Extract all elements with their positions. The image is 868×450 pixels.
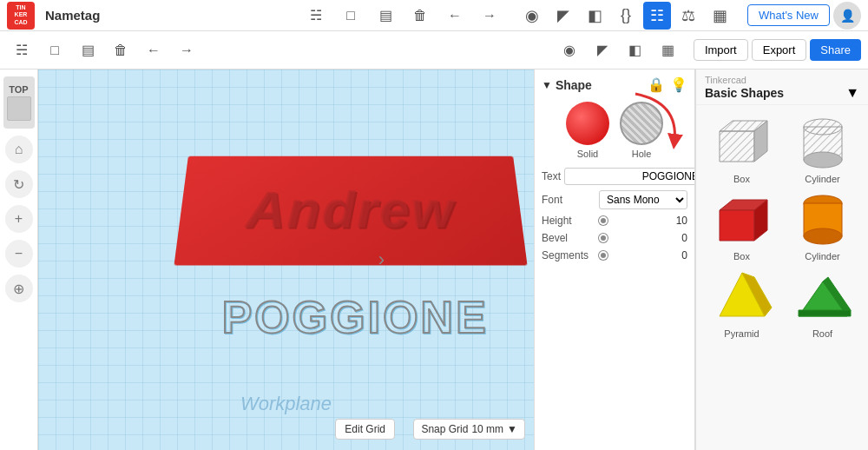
share-button-tb[interactable]: Share — [810, 39, 861, 61]
solid-option[interactable]: Solid — [566, 102, 609, 159]
snap-grid-control[interactable]: Snap Grid 10 mm ▼ — [413, 419, 525, 440]
solid-label: Solid — [577, 149, 598, 159]
shape-item-pyramid-yellow[interactable]: Pyramid — [705, 268, 779, 339]
shapes-category: Tinkercad — [705, 75, 859, 85]
copy-icon[interactable]: □ — [336, 1, 365, 30]
svg-marker-3 — [720, 131, 754, 162]
shape-item-box-gray[interactable]: Box — [705, 114, 779, 184]
rotate-icon[interactable]: ↻ — [5, 170, 33, 198]
second-toolbar: ☵ □ ▤ 🗑 ← → ◉ ◤ ◧ ▦ Import Export Share — [0, 31, 868, 69]
redo-icon-tb[interactable]: → — [172, 36, 201, 65]
shapes-title: Basic Shapes — [705, 86, 784, 100]
home-icon[interactable]: ⌂ — [5, 136, 33, 163]
whats-new-button[interactable]: What's New — [747, 4, 830, 26]
left-sidebar: TOP ⌂ ↻ + − ⊕ — [0, 69, 38, 450]
segments-row: Segments 0 — [542, 249, 687, 261]
svg-point-14 — [804, 228, 842, 244]
undo-icon-tb[interactable]: ← — [139, 36, 168, 65]
trash-icon-tb[interactable]: 🗑 — [106, 36, 135, 65]
paste-icon[interactable]: ▤ — [371, 1, 400, 30]
pick-icon[interactable]: ⚖ — [674, 2, 702, 30]
fit-icon[interactable]: ⊕ — [5, 275, 33, 302]
zoom-in-icon[interactable]: + — [5, 205, 33, 233]
pyramid-yellow-label: Pyramid — [724, 328, 759, 339]
new-icon-tb[interactable]: ☵ — [7, 36, 36, 65]
bevel-value: 0 — [611, 232, 687, 244]
bevel-row: Bevel 0 — [542, 232, 687, 244]
font-label: Font — [542, 194, 595, 206]
cylinder-orange-label: Cylinder — [805, 251, 839, 261]
height-row: Height 10 — [542, 215, 687, 227]
logo[interactable]: TIN KER CAD — [7, 2, 35, 30]
lock-icon[interactable]: 🔒 — [648, 76, 665, 93]
shape-toggle-icons: 🔒 💡 — [648, 76, 687, 93]
hole-circle[interactable] — [620, 102, 663, 145]
red-nametag-box[interactable]: Andrew — [174, 156, 527, 266]
tool1-icon[interactable]: ◉ — [555, 36, 584, 65]
roof-green-svg — [792, 268, 854, 325]
shape-item-roof-green[interactable]: Roof — [786, 268, 859, 339]
export-button-tb[interactable]: Export — [752, 39, 807, 61]
shape-header: ▼ Shape 🔒 💡 — [542, 76, 687, 93]
segments-label: Segments — [542, 249, 595, 261]
poggione-text-box[interactable]: POGGIONE — [190, 278, 520, 356]
grid-icon[interactable]: ☷ — [643, 2, 671, 30]
segments-slider[interactable] — [599, 251, 608, 260]
top-view-box[interactable]: TOP — [3, 76, 35, 129]
shape-item-cylinder-gray[interactable]: Cylinder — [786, 114, 859, 184]
shape-icon[interactable]: ◧ — [581, 2, 608, 30]
tool4-icon[interactable]: ▦ — [654, 36, 683, 65]
import-button-tb[interactable]: Import — [694, 39, 748, 61]
font-row: Font Sans Mono Arial Times — [542, 190, 687, 209]
tool3-icon[interactable]: ◧ — [621, 36, 650, 65]
right-panels: ▼ Shape 🔒 💡 Solid Hole — [534, 69, 868, 450]
undo-icon[interactable]: ← — [440, 1, 470, 30]
cylinder-orange-svg — [792, 191, 854, 248]
redo-icon[interactable]: → — [475, 1, 504, 30]
copy2-icon-tb[interactable]: ▤ — [73, 36, 102, 65]
text-input[interactable] — [564, 168, 695, 185]
new-doc-icon[interactable]: ☵ — [301, 1, 331, 30]
height-slider[interactable] — [599, 216, 608, 225]
pyramid-yellow-svg — [711, 268, 773, 325]
shapes-grid: Box Cylinder — [696, 105, 868, 347]
canvas-area[interactable]: Andrew POGGIONE › Workplane Edit Grid Sn… — [38, 69, 534, 450]
shapes-dropdown-icon[interactable]: ▼ — [845, 85, 859, 101]
roof-green-label: Roof — [812, 328, 832, 339]
poggione-text: POGGIONE — [221, 291, 488, 343]
solid-circle[interactable] — [566, 102, 609, 145]
box-gray-label: Box — [733, 174, 750, 184]
box-red-svg — [711, 191, 773, 248]
svg-marker-19 — [799, 310, 851, 316]
bevel-slider[interactable] — [599, 234, 608, 242]
shapes-title-row: Basic Shapes ▼ — [705, 85, 859, 101]
shape-title: ▼ Shape — [542, 78, 592, 92]
compass-icon[interactable]: ◉ — [518, 2, 546, 30]
andrew-text: Andrew — [244, 179, 457, 239]
collapse-arrow[interactable]: › — [378, 248, 385, 271]
edit-grid-button[interactable]: Edit Grid — [335, 419, 395, 440]
copy-icon-tb[interactable]: □ — [40, 36, 69, 65]
text-row: Text — [542, 168, 687, 185]
light-icon[interactable]: 💡 — [670, 76, 687, 93]
box-red-label: Box — [733, 251, 750, 261]
cube-icon[interactable]: ◤ — [549, 2, 577, 30]
svg-point-8 — [804, 152, 842, 168]
solid-hole-row: Solid Hole — [542, 102, 687, 159]
zoom-out-icon[interactable]: − — [5, 240, 33, 268]
code-icon[interactable]: {} — [612, 2, 640, 30]
bevel-label: Bevel — [542, 232, 595, 244]
font-select[interactable]: Sans Mono Arial Times — [599, 190, 687, 209]
tool2-icon[interactable]: ◤ — [588, 36, 617, 65]
align-icon[interactable]: ▦ — [706, 2, 733, 30]
delete-icon[interactable]: 🗑 — [405, 1, 435, 30]
segments-value: 0 — [611, 249, 687, 261]
top-bar: TIN KER CAD Nametag ☵ □ ▤ 🗑 ← → ◉ ◤ ◧ {}… — [0, 0, 868, 31]
box-gray-svg — [711, 114, 773, 170]
shape-item-cylinder-orange[interactable]: Cylinder — [786, 191, 859, 261]
hole-option[interactable]: Hole — [620, 102, 663, 159]
shape-item-box-red[interactable]: Box — [705, 191, 779, 261]
user-avatar[interactable]: 👤 — [833, 2, 861, 30]
main-area: TOP ⌂ ↻ + − ⊕ Andrew POGGIONE › Workplan… — [0, 69, 868, 450]
basic-shapes-panel: Tinkercad Basic Shapes ▼ — [695, 69, 868, 450]
